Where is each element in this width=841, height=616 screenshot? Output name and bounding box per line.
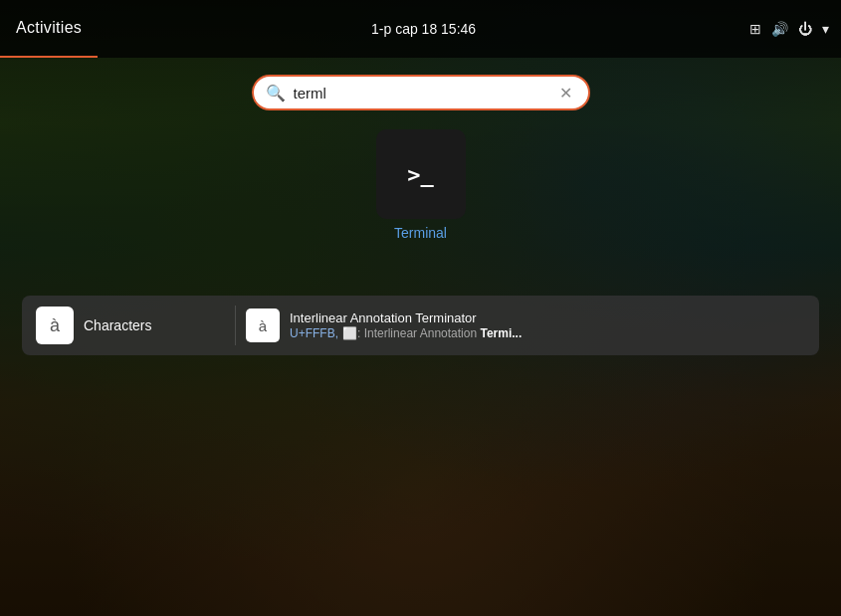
terminal-label: Terminal bbox=[394, 225, 447, 241]
char-result-name: Interlinear Annotation Terminator bbox=[290, 310, 522, 325]
characters-app-label: Characters bbox=[84, 317, 151, 333]
characters-section[interactable]: à Characters bbox=[36, 307, 225, 344]
search-container: 🔍 ✕ bbox=[252, 75, 590, 110]
activities-button[interactable]: Activities bbox=[0, 0, 98, 58]
char-result-item[interactable]: à Interlinear Annotation Terminator U+FF… bbox=[246, 308, 805, 342]
topbar-center: 1-p cap 18 15:46 bbox=[98, 21, 749, 37]
characters-row: à Characters à Interlinear Annotation Te… bbox=[22, 296, 819, 355]
topbar: Activities 1-p cap 18 15:46 ⊞ 🔊 ⏻ ▾ bbox=[0, 0, 841, 58]
topbar-right: ⊞ 🔊 ⏻ ▾ bbox=[749, 21, 841, 37]
char-result-info: Interlinear Annotation Terminator U+FFFB… bbox=[290, 310, 522, 340]
char-result-code: U+FFFB, bbox=[290, 326, 338, 340]
search-input[interactable] bbox=[294, 85, 548, 102]
char-result-icon: à bbox=[246, 308, 280, 342]
volume-icon[interactable]: 🔊 bbox=[771, 21, 788, 37]
search-clear-button[interactable]: ✕ bbox=[556, 83, 576, 103]
status-text: 1-p cap 18 15:46 bbox=[371, 21, 476, 37]
search-icon: 🔍 bbox=[266, 84, 286, 103]
terminal-icon-text: >_ bbox=[407, 162, 434, 187]
network-icon[interactable]: ⊞ bbox=[749, 21, 761, 37]
terminal-app-result[interactable]: >_ Terminal bbox=[376, 129, 466, 241]
power-icon[interactable]: ⏻ bbox=[798, 21, 812, 37]
terminal-icon: >_ bbox=[376, 129, 466, 219]
search-bar: 🔍 ✕ bbox=[252, 75, 590, 110]
divider bbox=[235, 306, 236, 345]
char-result-detail: ⬜: Interlinear Annotation Termi... bbox=[342, 326, 522, 340]
characters-app-icon: à bbox=[36, 307, 74, 344]
dropdown-icon[interactable]: ▾ bbox=[822, 21, 829, 37]
